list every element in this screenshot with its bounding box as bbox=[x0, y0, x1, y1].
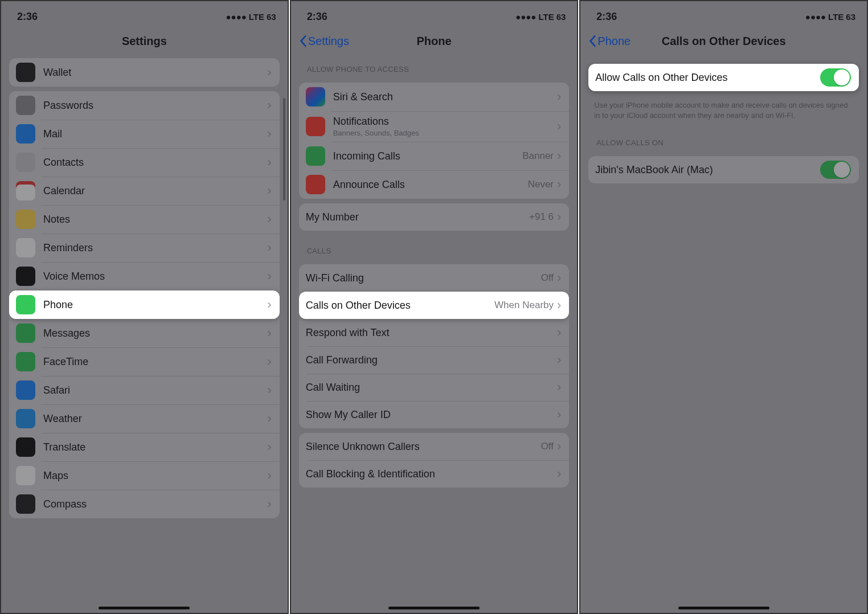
carrier: LTE bbox=[249, 12, 264, 22]
home-indicator[interactable] bbox=[99, 607, 190, 609]
reminders-icon bbox=[16, 238, 35, 257]
chevron-right-icon: › bbox=[267, 354, 271, 369]
row-translate[interactable]: Translate› bbox=[9, 433, 280, 461]
row-label: Weather bbox=[43, 413, 267, 425]
allow-calls-label: Allow Calls on Other Devices bbox=[595, 72, 820, 84]
phone-settings-screen: 2:36 ●●●● LTE 63 Settings Phone ALLOW PH… bbox=[290, 0, 579, 614]
settings-group-wallet: Wallet› bbox=[9, 58, 280, 87]
facetime-icon bbox=[16, 352, 35, 371]
row-callerid[interactable]: Show My Caller ID› bbox=[299, 401, 570, 428]
row-allow-calls-other-devices[interactable]: Allow Calls on Other Devices bbox=[588, 64, 859, 91]
row-wallet[interactable]: Wallet› bbox=[9, 58, 280, 87]
signal-icon: ●●●● bbox=[226, 12, 247, 22]
phone-mynumber-group: My Number +91 6 › bbox=[299, 203, 570, 231]
row-label: Compass bbox=[43, 498, 267, 510]
chevron-right-icon: › bbox=[557, 177, 561, 192]
row-value: Off bbox=[541, 441, 554, 452]
signal-icon: ●●●● bbox=[515, 12, 536, 22]
status-right: ●●●● LTE 63 bbox=[515, 12, 566, 22]
chevron-right-icon: › bbox=[267, 326, 271, 341]
carrier: LTE bbox=[828, 12, 844, 22]
my-number-value: +91 6 bbox=[529, 211, 554, 223]
row-blocking[interactable]: Call Blocking & Identification› bbox=[299, 460, 570, 488]
notif-icon bbox=[306, 117, 325, 136]
row-voicememos[interactable]: Voice Memos› bbox=[9, 262, 280, 290]
row-label: Announce Calls bbox=[333, 179, 528, 191]
maps-icon bbox=[16, 466, 35, 485]
row-passwords[interactable]: Passwords› bbox=[9, 91, 280, 120]
status-bar: 2:36 ●●●● LTE 63 bbox=[291, 1, 578, 28]
row-otherdev[interactable]: Calls on Other DevicesWhen Nearby› bbox=[299, 292, 570, 319]
row-forward[interactable]: Call Forwarding› bbox=[299, 346, 570, 374]
chevron-right-icon: › bbox=[267, 468, 271, 483]
row-my-number[interactable]: My Number +91 6 › bbox=[299, 203, 570, 231]
row-mail[interactable]: Mail› bbox=[9, 120, 280, 148]
row-value: Never bbox=[528, 179, 554, 190]
row-label: Silence Unknown Callers bbox=[306, 441, 541, 453]
my-number-label: My Number bbox=[306, 211, 529, 223]
row-label: FaceTime bbox=[43, 356, 267, 368]
scrollbar[interactable] bbox=[283, 98, 285, 200]
row-label: Mail bbox=[43, 128, 267, 140]
row-silence[interactable]: Silence Unknown CallersOff› bbox=[299, 433, 570, 460]
chevron-right-icon: › bbox=[557, 466, 561, 481]
row-label: Calls on Other Devices bbox=[306, 300, 494, 312]
chevron-left-icon bbox=[588, 35, 596, 47]
status-time: 2:36 bbox=[307, 11, 327, 23]
row-announce[interactable]: Announce CallsNever› bbox=[299, 170, 570, 199]
page-title: Settings bbox=[1, 35, 288, 48]
allow-calls-description: Use your iPhone mobile account to make a… bbox=[580, 96, 867, 127]
row-compass[interactable]: Compass› bbox=[9, 490, 280, 518]
row-label: Calendar bbox=[43, 185, 267, 197]
row-weather[interactable]: Weather› bbox=[9, 404, 280, 433]
row-facetime[interactable]: FaceTime› bbox=[9, 347, 280, 376]
row-label: Wallet bbox=[43, 67, 267, 79]
section-calls: CALLS bbox=[291, 235, 578, 260]
chevron-right-icon: › bbox=[267, 297, 271, 312]
chevron-right-icon: › bbox=[267, 497, 271, 511]
row-label: Call Blocking & Identification bbox=[306, 468, 557, 480]
battery-icon: 63 bbox=[846, 12, 855, 22]
row-safari[interactable]: Safari› bbox=[9, 376, 280, 404]
nav-header: Settings bbox=[1, 28, 288, 54]
phone-calls-group: Wi-Fi CallingOff›Calls on Other DevicesW… bbox=[299, 264, 570, 428]
battery-icon: 63 bbox=[267, 12, 276, 22]
device-toggle[interactable] bbox=[820, 161, 851, 179]
row-label: Notes bbox=[43, 214, 267, 226]
row-wificalling[interactable]: Wi-Fi CallingOff› bbox=[299, 264, 570, 292]
row-sublabel: Banners, Sounds, Badges bbox=[333, 129, 557, 137]
phone-silence-group: Silence Unknown CallersOff›Call Blocking… bbox=[299, 433, 570, 488]
back-label: Phone bbox=[597, 35, 630, 48]
row-siri[interactable]: Siri & Search› bbox=[299, 83, 570, 111]
row-maps[interactable]: Maps› bbox=[9, 461, 280, 490]
row-phone[interactable]: Phone› bbox=[9, 290, 280, 319]
chevron-right-icon: › bbox=[267, 440, 271, 455]
row-label: Respond with Text bbox=[306, 327, 557, 339]
home-indicator[interactable] bbox=[388, 607, 480, 609]
row-label: Safari bbox=[43, 384, 267, 396]
row-respond[interactable]: Respond with Text› bbox=[299, 319, 570, 346]
translate-icon bbox=[16, 437, 35, 457]
device-label: Jibin's MacBook Air (Mac) bbox=[595, 164, 820, 176]
chevron-right-icon: › bbox=[267, 155, 271, 170]
row-notif[interactable]: NotificationsBanners, Sounds, Badges› bbox=[299, 111, 570, 142]
status-time: 2:36 bbox=[17, 11, 38, 23]
row-notes[interactable]: Notes› bbox=[9, 205, 280, 234]
mail-icon bbox=[16, 124, 35, 144]
back-button[interactable]: Phone bbox=[588, 35, 630, 48]
row-waiting[interactable]: Call Waiting› bbox=[299, 374, 570, 401]
row-device-macbook[interactable]: Jibin's MacBook Air (Mac) bbox=[588, 156, 859, 183]
allow-calls-toggle[interactable] bbox=[820, 68, 851, 87]
row-messages[interactable]: Messages› bbox=[9, 319, 280, 347]
weather-icon bbox=[16, 409, 35, 428]
chevron-right-icon: › bbox=[557, 380, 561, 395]
home-indicator[interactable] bbox=[678, 607, 769, 609]
row-reminders[interactable]: Reminders› bbox=[9, 234, 280, 262]
row-label: Translate bbox=[43, 441, 267, 453]
row-contacts[interactable]: Contacts› bbox=[9, 148, 280, 177]
back-button[interactable]: Settings bbox=[299, 35, 349, 48]
row-value: Banner bbox=[522, 150, 554, 162]
chevron-right-icon: › bbox=[557, 325, 561, 340]
row-incoming[interactable]: Incoming CallsBanner› bbox=[299, 142, 570, 170]
row-calendar[interactable]: Calendar› bbox=[9, 177, 280, 205]
